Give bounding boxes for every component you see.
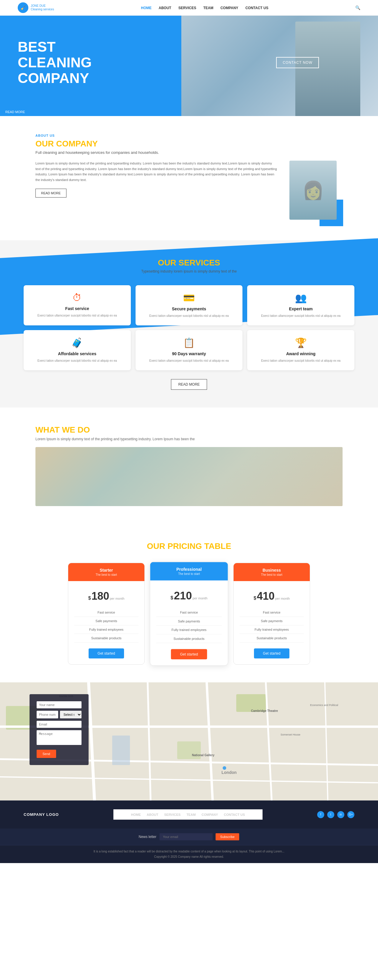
feature-item: Fully trained employees bbox=[239, 625, 304, 634]
about-subtitle: Full cleaning and housekeeping services … bbox=[35, 150, 343, 155]
footer-bottom: It is a long established fact that a rea… bbox=[0, 845, 378, 863]
linkedin-icon[interactable]: in bbox=[337, 811, 345, 818]
footer-nav-about[interactable]: ABOUT bbox=[147, 813, 158, 816]
footer-social: f t in G+ bbox=[317, 811, 354, 818]
contact-now-button[interactable]: CONTACT NOW bbox=[276, 57, 319, 68]
award-title: Award winning bbox=[253, 352, 348, 356]
svg-text:Somerset House: Somerset House bbox=[281, 733, 300, 736]
feature-item: Safe payments bbox=[156, 617, 222, 626]
starter-get-started-button[interactable]: Get started bbox=[89, 648, 124, 659]
professional-amount: 210 bbox=[174, 589, 192, 602]
newsletter-label: News letter bbox=[139, 835, 156, 839]
pricing-section: OUR PRICING TABLE Starter The best to st… bbox=[0, 524, 378, 682]
nav-home[interactable]: HOME bbox=[141, 6, 152, 10]
svg-text:Cambridge Theatre: Cambridge Theatre bbox=[251, 709, 278, 713]
feature-item: Fully trained employees bbox=[74, 625, 139, 634]
svg-text:Economics and Political: Economics and Political bbox=[310, 704, 338, 706]
message-input[interactable] bbox=[37, 730, 81, 745]
newsletter-input[interactable] bbox=[159, 833, 213, 840]
team-icon: 👥 bbox=[253, 292, 348, 304]
services-title: OUR SERVICES bbox=[24, 258, 354, 267]
hero-read-more-button[interactable]: READ MORE bbox=[0, 108, 30, 116]
business-price-wrap: $ 410 per month bbox=[254, 590, 290, 602]
services-read-more-wrap: READ MORE bbox=[24, 379, 354, 390]
pricing-grid: Starter The best to start $ 180 per mont… bbox=[24, 563, 354, 665]
starter-header: Starter The best to start bbox=[68, 563, 144, 581]
footer-nav-services[interactable]: SERVICES bbox=[164, 813, 180, 816]
services-section: OUR SERVICES Typesetting industry lorem … bbox=[0, 240, 378, 407]
footer: COMPANY LOGO HOME ABOUT SERVICES TEAM CO… bbox=[0, 800, 378, 829]
footer-nav-team[interactable]: TEAM bbox=[187, 813, 196, 816]
send-button[interactable]: Send bbox=[37, 750, 56, 758]
hero-line3: COMPANY bbox=[18, 70, 89, 86]
googleplus-icon[interactable]: G+ bbox=[347, 811, 354, 818]
subscribe-button[interactable]: Subscribe bbox=[215, 833, 239, 840]
services-read-more-button[interactable]: READ MORE bbox=[171, 379, 207, 390]
award-desc: Exerci tation ullamcorper suscipit lobor… bbox=[253, 358, 348, 363]
svg-text:London: London bbox=[222, 770, 236, 775]
twitter-icon[interactable]: t bbox=[327, 811, 334, 818]
pricing-card-business: Business The best to start $ 410 per mon… bbox=[233, 563, 310, 665]
pricing-card-professional: Professional The best to start $ 210 per… bbox=[150, 562, 228, 666]
feature-item: Safe payments bbox=[74, 617, 139, 625]
feature-item: Sustainable products bbox=[156, 634, 222, 643]
service-card-warranty: 📋 90 Days warranty Exerci tation ullamco… bbox=[136, 330, 243, 370]
pricing-title: OUR PRICING TABLE bbox=[24, 541, 354, 551]
svg-rect-12 bbox=[112, 735, 130, 765]
starter-name: Starter bbox=[73, 568, 140, 573]
business-get-started-button[interactable]: Get started bbox=[254, 648, 289, 659]
your-name-input[interactable] bbox=[37, 701, 81, 708]
nav-about[interactable]: ABOUT bbox=[159, 6, 171, 10]
professional-get-started-button[interactable]: Get started bbox=[171, 649, 207, 659]
pricing-card-starter: Starter The best to start $ 180 per mont… bbox=[68, 563, 145, 665]
team-title: Expert team bbox=[253, 307, 348, 311]
svg-point-19 bbox=[223, 766, 226, 770]
professional-period: per month bbox=[193, 597, 207, 600]
phone-input[interactable] bbox=[37, 711, 58, 718]
feature-item: Fast service bbox=[239, 608, 304, 617]
affordable-desc: Exerci tation ullamcorper suscipit lobor… bbox=[30, 358, 125, 363]
logo[interactable]: 🧹 JONE DUE Cleaning services bbox=[18, 2, 54, 13]
warranty-desc: Exerci tation ullamcorper suscipit lobor… bbox=[142, 358, 237, 363]
footer-copyright: Copyright © 2025 Company name All rights… bbox=[24, 854, 354, 859]
nav-company[interactable]: COMPANY bbox=[220, 6, 238, 10]
nav-contact[interactable]: CONTACT US bbox=[246, 6, 268, 10]
hero-line2: CLEANING bbox=[18, 55, 92, 70]
contact-form: Select service Send bbox=[30, 694, 89, 765]
business-period: per month bbox=[275, 597, 290, 600]
feature-item: Sustainable products bbox=[239, 634, 304, 643]
newsletter-bar: News letter Subscribe bbox=[0, 829, 378, 845]
facebook-icon[interactable]: f bbox=[317, 811, 324, 818]
service-card-award: 🏆 Award winning Exerci tation ullamcorpe… bbox=[247, 330, 354, 370]
feature-item: Fully trained employees bbox=[156, 626, 222, 635]
warranty-title: 90 Days warranty bbox=[142, 352, 237, 356]
about-title: OUR COMPANY bbox=[35, 139, 343, 148]
feature-item: Fast service bbox=[74, 608, 139, 617]
starter-price-wrap: $ 180 per month bbox=[88, 590, 124, 602]
affordable-title: Affordable services bbox=[30, 352, 125, 356]
nav-team[interactable]: TEAM bbox=[203, 6, 213, 10]
service-card-fast: ⏱ Fast service Exerci tation ullamcorper… bbox=[24, 285, 131, 325]
whatwedo-section: WHAT WE DO Lorem Ipsum is simply dummy t… bbox=[0, 407, 378, 524]
service-card-payments: 💳 Secure payments Exerci tation ullamcor… bbox=[136, 285, 243, 325]
service-select[interactable]: Select service bbox=[60, 711, 81, 718]
business-amount: 410 bbox=[257, 590, 274, 602]
fast-service-desc: Exerci tation ullamcorper suscipit lobor… bbox=[30, 313, 125, 318]
nav-menu: HOME ABOUT SERVICES TEAM COMPANY CONTACT… bbox=[141, 5, 268, 10]
hero-content: BEST CLEANING COMPANY bbox=[18, 39, 92, 86]
search-icon[interactable]: 🔍 bbox=[355, 5, 360, 10]
footer-nav-company[interactable]: COMPANY bbox=[202, 813, 218, 816]
business-body: $ 410 per month Fast service Safe paymen… bbox=[234, 581, 310, 664]
nav-services[interactable]: SERVICES bbox=[179, 6, 196, 10]
footer-nav-home[interactable]: HOME bbox=[131, 813, 141, 816]
footer-nav-contact[interactable]: CONTACT US bbox=[224, 813, 245, 816]
hero-section: BEST CLEANING COMPANY CONTACT NOW READ M… bbox=[0, 16, 378, 116]
business-currency: $ bbox=[254, 595, 256, 601]
payments-desc: Exerci tation ullamcorper suscipit lobor… bbox=[142, 313, 237, 318]
about-read-more-button[interactable]: READ MORE bbox=[35, 189, 67, 197]
starter-features: Fast service Safe payments Fully trained… bbox=[74, 608, 139, 643]
business-name: Business bbox=[238, 568, 305, 573]
email-input[interactable] bbox=[37, 721, 81, 728]
warranty-icon: 📋 bbox=[142, 337, 237, 348]
team-desc: Exerci tation ullamcorper suscipit lobor… bbox=[253, 313, 348, 318]
